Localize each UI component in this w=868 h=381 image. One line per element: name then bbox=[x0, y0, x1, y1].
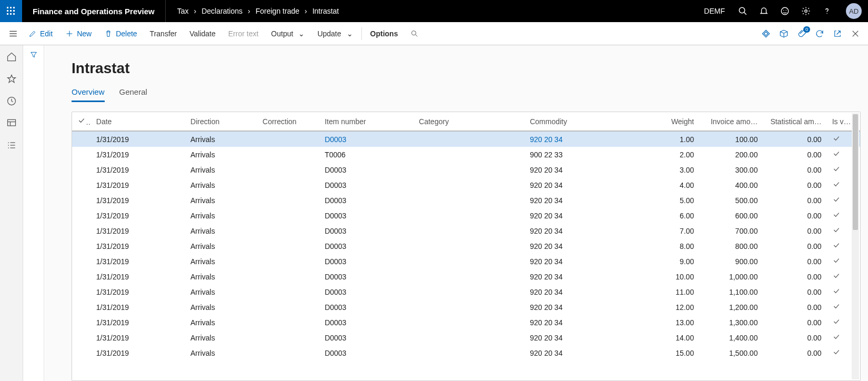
cell-category[interactable] bbox=[413, 162, 524, 177]
cell-item[interactable]: D0003 bbox=[319, 131, 413, 147]
cell-date[interactable]: 1/31/2019 bbox=[91, 345, 185, 360]
table-row[interactable]: 1/31/2019ArrivalsD0003920 20 3413.001,30… bbox=[72, 315, 860, 330]
table-row[interactable]: 1/31/2019ArrivalsD0003920 20 3414.001,40… bbox=[72, 330, 860, 345]
cell-invoice[interactable]: 500.00 bbox=[699, 193, 763, 208]
scrollbar[interactable] bbox=[852, 113, 859, 379]
row-checkbox[interactable] bbox=[72, 330, 91, 345]
cell-weight[interactable]: 8.00 bbox=[647, 238, 699, 254]
cell-invoice[interactable]: 600.00 bbox=[699, 208, 763, 223]
breadcrumb-item[interactable]: Intrastat bbox=[312, 7, 339, 15]
cell-commodity[interactable]: 920 20 34 bbox=[524, 238, 647, 254]
find-button[interactable] bbox=[404, 22, 425, 45]
cell-date[interactable]: 1/31/2019 bbox=[91, 254, 185, 269]
cell-direction[interactable]: Arrivals bbox=[185, 254, 257, 269]
cell-stat[interactable]: 0.00 bbox=[763, 315, 826, 330]
cell-stat[interactable]: 0.00 bbox=[763, 177, 826, 193]
row-checkbox[interactable] bbox=[72, 299, 91, 315]
cell-correction[interactable] bbox=[257, 284, 319, 299]
cell-commodity[interactable]: 920 20 34 bbox=[524, 315, 647, 330]
table-row[interactable]: 1/31/2019ArrivalsD0003920 20 3415.001,50… bbox=[72, 345, 860, 360]
hamburger-icon[interactable] bbox=[4, 29, 22, 38]
cell-direction[interactable]: Arrivals bbox=[185, 131, 257, 147]
cell-item[interactable]: D0003 bbox=[319, 269, 413, 284]
cell-weight[interactable]: 3.00 bbox=[647, 162, 699, 177]
cell-weight[interactable]: 15.00 bbox=[647, 345, 699, 360]
cell-weight[interactable]: 2.00 bbox=[647, 147, 699, 162]
cell-weight[interactable]: 5.00 bbox=[647, 193, 699, 208]
row-checkbox[interactable] bbox=[72, 269, 91, 284]
help-icon[interactable] bbox=[822, 6, 832, 16]
search-icon[interactable] bbox=[738, 6, 748, 16]
gear-icon[interactable] bbox=[801, 6, 811, 16]
breadcrumb-item[interactable]: Declarations bbox=[201, 7, 243, 15]
clock-icon[interactable] bbox=[6, 96, 17, 106]
cell-correction[interactable] bbox=[257, 131, 319, 147]
cell-item[interactable]: D0003 bbox=[319, 254, 413, 269]
cell-correction[interactable] bbox=[257, 147, 319, 162]
cell-date[interactable]: 1/31/2019 bbox=[91, 131, 185, 147]
cell-commodity[interactable]: 900 22 33 bbox=[524, 147, 647, 162]
cell-weight[interactable]: 9.00 bbox=[647, 254, 699, 269]
cell-correction[interactable] bbox=[257, 345, 319, 360]
breadcrumb-item[interactable]: Tax bbox=[177, 7, 189, 15]
select-all[interactable] bbox=[72, 112, 91, 131]
cell-commodity[interactable]: 920 20 34 bbox=[524, 299, 647, 315]
cell-correction[interactable] bbox=[257, 330, 319, 345]
cell-direction[interactable]: Arrivals bbox=[185, 147, 257, 162]
cell-stat[interactable]: 0.00 bbox=[763, 330, 826, 345]
cell-item[interactable]: D0003 bbox=[319, 177, 413, 193]
diamond-icon[interactable] bbox=[761, 28, 771, 39]
col-weight[interactable]: Weight bbox=[647, 112, 699, 131]
col-stat[interactable]: Statistical am… bbox=[763, 112, 826, 131]
cell-date[interactable]: 1/31/2019 bbox=[91, 315, 185, 330]
cell-direction[interactable]: Arrivals bbox=[185, 208, 257, 223]
output-dropdown[interactable]: Output⌄ bbox=[265, 22, 311, 45]
cell-category[interactable] bbox=[413, 269, 524, 284]
cell-weight[interactable]: 14.00 bbox=[647, 330, 699, 345]
table-row[interactable]: 1/31/2019ArrivalsD0003920 20 3410.001,00… bbox=[72, 269, 860, 284]
cell-correction[interactable] bbox=[257, 223, 319, 238]
cell-stat[interactable]: 0.00 bbox=[763, 193, 826, 208]
cell-correction[interactable] bbox=[257, 299, 319, 315]
star-icon[interactable] bbox=[6, 74, 17, 84]
cell-invoice[interactable]: 200.00 bbox=[699, 147, 763, 162]
row-checkbox[interactable] bbox=[72, 223, 91, 238]
row-checkbox[interactable] bbox=[72, 238, 91, 254]
cell-invoice[interactable]: 400.00 bbox=[699, 177, 763, 193]
cell-category[interactable] bbox=[413, 345, 524, 360]
row-checkbox[interactable] bbox=[72, 147, 91, 162]
table-row[interactable]: 1/31/2019ArrivalsD0003920 20 3412.001,20… bbox=[72, 299, 860, 315]
cell-invoice[interactable]: 100.00 bbox=[699, 131, 763, 147]
row-checkbox[interactable] bbox=[72, 315, 91, 330]
cell-date[interactable]: 1/31/2019 bbox=[91, 208, 185, 223]
cell-item[interactable]: D0003 bbox=[319, 299, 413, 315]
cell-stat[interactable]: 0.00 bbox=[763, 223, 826, 238]
col-item[interactable]: Item number bbox=[319, 112, 413, 131]
options-button[interactable]: Options bbox=[364, 22, 405, 45]
cell-commodity[interactable]: 920 20 34 bbox=[524, 345, 647, 360]
cell-stat[interactable]: 0.00 bbox=[763, 299, 826, 315]
cell-stat[interactable]: 0.00 bbox=[763, 208, 826, 223]
cell-item[interactable]: D0003 bbox=[319, 223, 413, 238]
cell-category[interactable] bbox=[413, 299, 524, 315]
table-row[interactable]: 1/31/2019ArrivalsD0003920 20 3411.001,10… bbox=[72, 284, 860, 299]
cell-commodity[interactable]: 920 20 34 bbox=[524, 254, 647, 269]
cell-weight[interactable]: 1.00 bbox=[647, 131, 699, 147]
cell-weight[interactable]: 10.00 bbox=[647, 269, 699, 284]
cell-direction[interactable]: Arrivals bbox=[185, 193, 257, 208]
cell-correction[interactable] bbox=[257, 269, 319, 284]
cell-direction[interactable]: Arrivals bbox=[185, 299, 257, 315]
cell-correction[interactable] bbox=[257, 238, 319, 254]
cell-direction[interactable]: Arrivals bbox=[185, 345, 257, 360]
close-icon[interactable] bbox=[850, 28, 861, 39]
table-row[interactable]: 1/31/2019ArrivalsD0003920 20 347.00700.0… bbox=[72, 223, 860, 238]
cell-stat[interactable]: 0.00 bbox=[763, 147, 826, 162]
cell-commodity[interactable]: 920 20 34 bbox=[524, 177, 647, 193]
table-row[interactable]: 1/31/2019ArrivalsD0003920 20 341.00100.0… bbox=[72, 131, 860, 147]
cell-date[interactable]: 1/31/2019 bbox=[91, 238, 185, 254]
cell-category[interactable] bbox=[413, 177, 524, 193]
table-row[interactable]: 1/31/2019ArrivalsD0003920 20 349.00900.0… bbox=[72, 254, 860, 269]
col-commodity[interactable]: Commodity bbox=[524, 112, 647, 131]
cell-date[interactable]: 1/31/2019 bbox=[91, 330, 185, 345]
cell-weight[interactable]: 6.00 bbox=[647, 208, 699, 223]
